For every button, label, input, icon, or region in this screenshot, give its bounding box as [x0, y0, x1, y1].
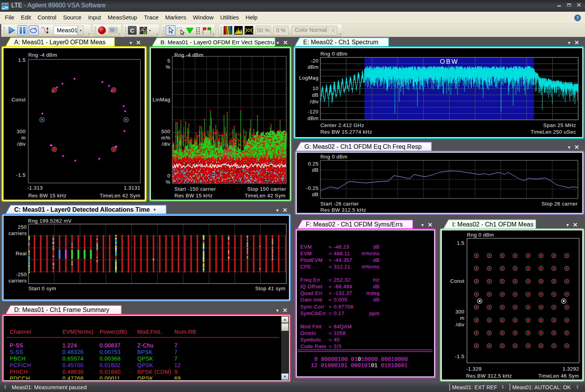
- svg-text:-120: -120: [308, 109, 319, 115]
- svg-text:QPSK: QPSK: [137, 362, 153, 368]
- svg-text:-46.23: -46.23: [334, 244, 349, 250]
- svg-text:=: =: [329, 277, 332, 283]
- svg-text:0.01602: 0.01602: [100, 362, 121, 368]
- svg-text:PDCCH: PDCCH: [10, 375, 30, 380]
- svg-text:Const: Const: [12, 97, 26, 103]
- svg-text:dBm: dBm: [308, 64, 319, 70]
- svg-text:1.5: 1.5: [18, 57, 26, 63]
- svg-text:-131.37: -131.37: [334, 290, 352, 296]
- svg-text:0.00753: 0.00753: [100, 349, 121, 355]
- svg-text:OBW: OBW: [440, 58, 459, 65]
- svg-text:=: =: [329, 343, 332, 349]
- svg-text:=: =: [329, 310, 332, 316]
- svg-text:dB: dB: [373, 297, 380, 303]
- svg-text:dB: dB: [312, 192, 319, 197]
- svg-text:312.21: 312.21: [334, 264, 350, 270]
- svg-text:Res BW 15 kHz: Res BW 15 kHz: [175, 193, 213, 199]
- svg-text:Hz: Hz: [373, 277, 380, 283]
- svg-text:/div: /div: [456, 322, 464, 328]
- svg-text:Res BW 312.5 kHz: Res BW 312.5 kHz: [466, 373, 512, 379]
- svg-text:Real: Real: [16, 251, 27, 256]
- svg-text:Res BW 312.5 kHz: Res BW 312.5 kHz: [321, 207, 366, 212]
- svg-text:Center 2.412 GHz: Center 2.412 GHz: [321, 122, 364, 128]
- svg-text:-1.313: -1.313: [27, 185, 43, 191]
- svg-text:0.01640: 0.01640: [100, 369, 121, 375]
- svg-text:-1.329: -1.329: [466, 366, 482, 372]
- svg-text:ppm: ppm: [369, 310, 380, 316]
- svg-text:10: 10: [313, 85, 319, 91]
- svg-text:carriers: carriers: [9, 230, 27, 236]
- svg-text:1.3131: 1.3131: [124, 185, 140, 191]
- svg-text:TimeLen 250 uSec: TimeLen 250 uSec: [531, 129, 576, 135]
- svg-text:Mod Fmt: Mod Fmt: [300, 324, 322, 329]
- svg-text:Z-Chu: Z-Chu: [137, 342, 153, 348]
- svg-text:0.47768: 0.47768: [63, 375, 84, 380]
- svg-text:PHICH: PHICH: [10, 369, 28, 375]
- svg-text:0.17: 0.17: [334, 310, 344, 316]
- svg-text:%: %: [166, 64, 170, 70]
- svg-text:1.224: 1.224: [63, 342, 77, 348]
- svg-text:69: 69: [174, 375, 181, 380]
- svg-text:-1.5: -1.5: [16, 172, 26, 178]
- svg-text:PBCH: PBCH: [10, 355, 26, 362]
- svg-text:S-SS: S-SS: [10, 349, 23, 355]
- svg-text:PilotEVM: PilotEVM: [300, 257, 322, 263]
- svg-text:EVM(%rms): EVM(%rms): [63, 329, 94, 335]
- svg-text:0.005: 0.005: [334, 297, 347, 303]
- svg-text:Rng -4 dBm: Rng -4 dBm: [175, 52, 203, 58]
- svg-text:-250: -250: [16, 272, 27, 277]
- svg-text:1.5: 1.5: [457, 240, 464, 246]
- svg-text:QPSK: QPSK: [137, 375, 153, 380]
- svg-text:Freq Err: Freq Err: [300, 277, 321, 283]
- svg-text:Octets: Octets: [300, 330, 316, 336]
- svg-text:carriers: carriers: [9, 278, 27, 284]
- svg-text:1.3292: 1.3292: [562, 366, 579, 372]
- svg-text:QPSK: QPSK: [137, 355, 153, 362]
- svg-text:IQ Offset: IQ Offset: [300, 284, 322, 289]
- svg-text:0: 0: [167, 173, 170, 179]
- svg-text:Code Rate: Code Rate: [300, 343, 326, 349]
- svg-text:PCFICH: PCFICH: [10, 362, 31, 368]
- svg-text:-68.484: -68.484: [334, 284, 352, 289]
- svg-text:=: =: [329, 244, 332, 250]
- svg-text:Symbols: Symbols: [300, 337, 321, 343]
- svg-text:0.48326: 0.48326: [63, 349, 84, 355]
- svg-text:Rng 0 dBm: Rng 0 dBm: [467, 232, 494, 238]
- svg-text:BPSK (CDM): BPSK (CDM): [137, 369, 171, 375]
- svg-text:0.48630: 0.48630: [63, 369, 84, 375]
- svg-text:Quad Err: Quad Err: [300, 290, 322, 296]
- svg-text:Stop 41 sym: Stop 41 sym: [255, 286, 285, 291]
- svg-text:1058: 1058: [334, 330, 346, 336]
- svg-text:-0.25: -0.25: [306, 185, 319, 191]
- svg-text:0.00368: 0.00368: [100, 355, 121, 362]
- svg-text:5: 5: [167, 58, 170, 64]
- svg-text:-1.5: -1.5: [455, 354, 464, 359]
- svg-text:9: 9: [174, 369, 177, 375]
- svg-text:Start 0 sym: Start 0 sym: [28, 286, 56, 291]
- svg-text:Res BW 15.2774 kHz: Res BW 15.2774 kHz: [321, 129, 372, 135]
- svg-text:dB: dB: [373, 244, 380, 250]
- svg-text:Rng 0 dBm: Rng 0 dBm: [321, 154, 348, 160]
- svg-text:m%rms: m%rms: [361, 264, 380, 270]
- svg-text:mdeg: mdeg: [366, 290, 380, 296]
- svg-text:Const: Const: [450, 278, 464, 284]
- svg-text:dBm: dBm: [308, 115, 319, 121]
- svg-text:Gain Imb: Gain Imb: [300, 297, 322, 303]
- svg-text:m: m: [460, 315, 464, 321]
- svg-text:/div: /div: [162, 141, 170, 147]
- svg-text:TimeLen 42 Sym: TimeLen 42 Sym: [100, 193, 140, 199]
- svg-text:LogMag: LogMag: [299, 75, 319, 81]
- svg-text:7: 7: [174, 349, 177, 355]
- svg-text:Channel: Channel: [10, 329, 32, 335]
- svg-text:Rng 199.5262 mV: Rng 199.5262 mV: [28, 218, 72, 224]
- svg-text:0.25: 0.25: [308, 161, 319, 167]
- svg-text:Start -150 carrier: Start -150 carrier: [175, 186, 216, 192]
- svg-text:0.45700: 0.45700: [63, 362, 84, 368]
- svg-text:7: 7: [174, 355, 177, 362]
- svg-text:?: ?: [576, 15, 579, 21]
- svg-text:300: 300: [17, 129, 26, 134]
- svg-text:/div: /div: [17, 141, 26, 147]
- svg-text:Sync Corr: Sync Corr: [300, 304, 324, 310]
- svg-text:0.00011: 0.00011: [100, 375, 120, 380]
- svg-text:=: =: [329, 257, 332, 263]
